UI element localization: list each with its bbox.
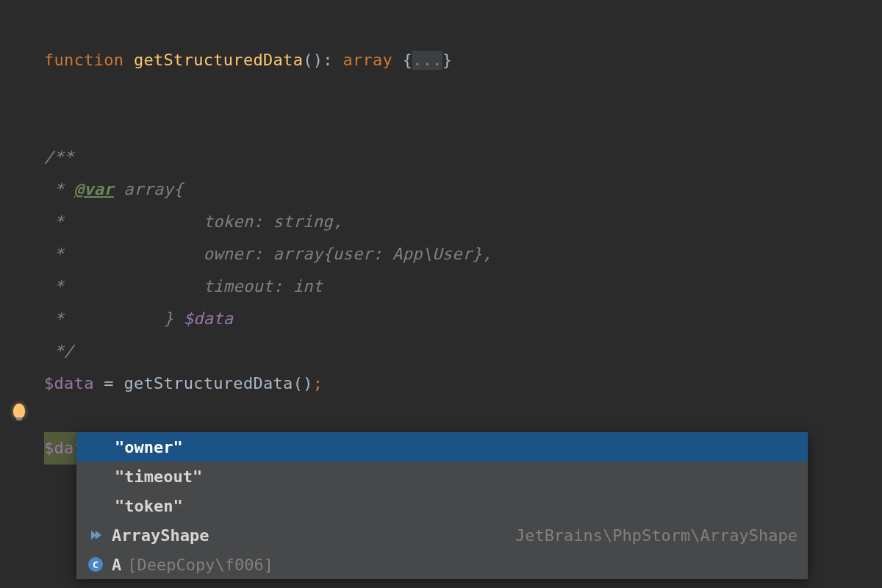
doc-star: *: [44, 180, 64, 198]
completion-item-timeout[interactable]: "timeout": [76, 462, 808, 491]
doc-star: *: [44, 309, 64, 328]
completion-label: "timeout": [115, 467, 202, 486]
call-parens: (): [293, 374, 313, 392]
doc-star: *: [44, 245, 64, 263]
completion-item-owner[interactable]: "owner": [76, 432, 808, 462]
docblock-line: * token: string,: [44, 206, 882, 238]
doc-type: array{: [114, 180, 184, 198]
completion-namespace: JetBrains\PhpStorm\ArrayShape: [515, 526, 797, 545]
completion-item-arrayshape[interactable]: ArrayShape JetBrains\PhpStorm\ArrayShape: [76, 520, 808, 550]
docblock-line: * timeout: int: [44, 270, 882, 303]
completion-label: ArrayShape: [112, 526, 209, 545]
doc-close: */: [44, 342, 74, 360]
doc-star: *: [44, 212, 64, 231]
docblock-line: * } $data: [44, 303, 882, 335]
doc-star: *: [44, 277, 64, 295]
docblock-line: */: [44, 335, 882, 368]
doc-field: token: string,: [64, 212, 343, 231]
blank-line: [44, 400, 882, 432]
code-line: $data = getStructuredData();: [44, 368, 882, 400]
class-icon: C: [87, 556, 104, 573]
completion-item-a[interactable]: C A [DeepCopy\f006]: [76, 550, 808, 579]
completion-popup[interactable]: "owner" "timeout" "token" ArrayShape Jet…: [76, 432, 808, 579]
close-brace: }: [442, 51, 453, 69]
keyword-function: function: [44, 51, 123, 69]
open-paren: (): [303, 51, 323, 69]
doc-open: /**: [44, 148, 74, 166]
doc-close-shape: }: [64, 309, 184, 328]
blank-line: [44, 109, 882, 141]
completion-label: "owner": [115, 438, 183, 456]
docblock-line: * @var array{: [44, 173, 882, 206]
doc-field: timeout: int: [64, 277, 323, 295]
docblock-line: /**: [44, 141, 882, 173]
docblock-line: * owner: array{user: App\User},: [44, 238, 882, 270]
completion-item-token[interactable]: "token": [76, 491, 808, 520]
function-name: getStructuredData: [134, 51, 303, 69]
blank-line: [44, 76, 882, 109]
return-type: array: [343, 51, 392, 69]
folded-region[interactable]: ...: [412, 51, 442, 70]
code-line: function getStructuredData(): array {...…: [44, 44, 882, 76]
completion-label: "token": [115, 497, 183, 515]
semicolon: ;: [313, 374, 323, 392]
doc-var: $data: [184, 309, 234, 328]
template-icon: [87, 526, 104, 544]
doc-field: owner: array{user: App\User},: [64, 245, 492, 263]
doc-tag: @var: [74, 180, 114, 198]
function-call: getStructuredData: [123, 374, 293, 392]
colon: :: [323, 51, 343, 69]
open-brace: {: [403, 51, 413, 69]
completion-label: A: [112, 556, 121, 574]
variable: $data: [44, 374, 94, 392]
equals: =: [94, 374, 124, 392]
intention-bulb-icon[interactable]: [13, 404, 25, 418]
completion-hint: [DeepCopy\f006]: [127, 556, 273, 574]
